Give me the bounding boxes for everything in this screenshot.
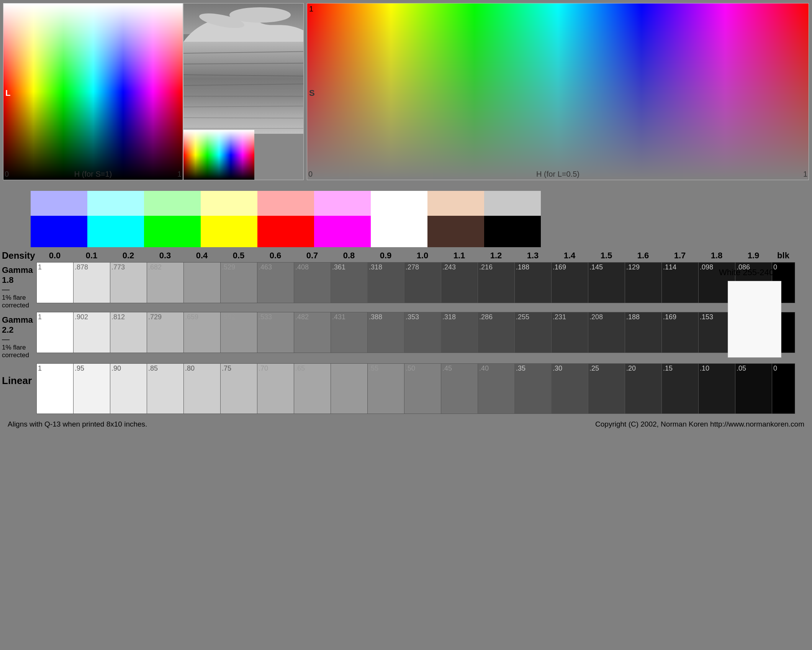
density-num-3: 0.3 (147, 251, 183, 261)
gamma22Cells-cell-4: .659 (184, 312, 221, 353)
swatch-bottom-0 (31, 216, 87, 247)
density-num-10: 1.0 (404, 251, 441, 261)
swatch-top-1 (87, 191, 144, 216)
swatch-top-8 (484, 191, 541, 216)
density-num-15: 1.5 (588, 251, 625, 261)
swatch-bottom-6 (371, 216, 427, 247)
gamma22Cells-val-3: .729 (148, 313, 162, 321)
gamma18Cells-cell-11: .243 (441, 263, 478, 303)
hs-chart: 1 S 0 H (for L=0.5) 1 (307, 3, 809, 180)
gamma22-flare: 1% flarecorrected (2, 344, 36, 359)
swatch-bottom-1 (87, 216, 144, 247)
white-sample-box (728, 281, 781, 358)
density-num-16: 1.6 (625, 251, 661, 261)
swatch-top-4 (257, 191, 314, 216)
gamma22Cells-val-1: .902 (75, 313, 88, 321)
hl-label-0: 0 (5, 170, 9, 179)
linear-cell-2: .90 (110, 364, 147, 414)
linear-val-14: .30 (553, 364, 562, 373)
gamma22Cells-cell-17: .169 (662, 312, 699, 353)
swatch-bottom-5 (314, 216, 371, 247)
top-section: L 0 H (for S=1) 1 1 S 0 H (for L=0.5) 1 (0, 0, 812, 182)
linear-section: Linear 1.95.90.85.80.75.70.65.60.55.50.4… (0, 363, 812, 414)
gamma18Cells-val-20: 0 (773, 263, 777, 271)
linear-val-0: 1 (38, 364, 42, 373)
gamma18Cells-val-18: .098 (700, 263, 713, 271)
gamma18Cells-cell-1: .878 (74, 263, 110, 303)
gamma18Cells-val-9: .318 (369, 263, 382, 271)
linear-val-10: .50 (406, 364, 415, 373)
density-num-6: 0.6 (257, 251, 294, 261)
density-num-20: blk (772, 251, 795, 261)
gamma22Cells-val-7: .482 (295, 313, 309, 321)
density-numbers: 0.00.10.20.30.40.50.60.70.80.91.01.11.21… (36, 251, 795, 261)
gamma18Cells-cell-2: .773 (110, 263, 147, 303)
gamma22Cells-cell-0: 1 (37, 312, 74, 353)
density-num-13: 1.3 (514, 251, 551, 261)
white-sample-label: White 255-240 (719, 268, 774, 277)
density-num-2: 0.2 (110, 251, 147, 261)
density-num-12: 1.2 (478, 251, 514, 261)
gamma22-dash: — (2, 335, 36, 344)
gamma18Cells-val-14: .169 (553, 263, 566, 271)
swatch-top-0 (31, 191, 87, 216)
density-num-5: 0.5 (220, 251, 257, 261)
linear-val-4: .80 (185, 364, 195, 373)
gamma22Cells-val-9: .388 (369, 313, 382, 321)
gamma22-row: Gamma 2.2 — 1% flarecorrected 1.902.812.… (2, 312, 812, 359)
linear-cell-3: .85 (147, 364, 184, 414)
swatch-top-5 (314, 191, 371, 216)
linear-val-17: .15 (663, 364, 673, 373)
linear-cell-11: .45 (441, 364, 478, 414)
gamma18Cells-val-17: .114 (663, 263, 676, 271)
gamma22Cells-val-6: .533 (259, 313, 272, 321)
gamma22Cells-val-16: .188 (626, 313, 640, 321)
linear-cell-15: .25 (588, 364, 625, 414)
gamma22Cells-cell-8: .431 (331, 312, 368, 353)
linear-val-15: .25 (589, 364, 599, 373)
gamma18Cells-val-12: .216 (479, 263, 493, 271)
swatch-bottom-3 (201, 216, 257, 247)
gamma22Cells-cell-15: .208 (588, 312, 625, 353)
linear-cell-18: .10 (699, 364, 735, 414)
linear-cell-20: 0 (772, 364, 795, 414)
linear-val-8: .60 (332, 364, 342, 373)
gamma22Cells-val-15: .208 (589, 313, 603, 321)
linear-val-3: .85 (148, 364, 158, 373)
linear-cell-14: .30 (552, 364, 588, 414)
gamma18Cells-cell-6: .463 (257, 263, 294, 303)
swatch-bottom-8 (484, 216, 541, 247)
linear-val-6: .70 (259, 364, 268, 373)
swatch-top-6 (371, 191, 427, 216)
linear-val-16: .20 (626, 364, 636, 373)
gamma18Cells-cell-17: .114 (662, 263, 699, 303)
hs-label-1-right: 1 (803, 170, 807, 179)
gamma22Cells-cell-13: .255 (515, 312, 552, 353)
hs-label-h: H (for L=0.5) (536, 170, 580, 179)
gamma18Cells-cell-13: .188 (515, 263, 552, 303)
linear-cell-16: .20 (625, 364, 662, 414)
linear-val-18: .10 (700, 364, 709, 373)
gamma18Cells-cell-8: .361 (331, 263, 368, 303)
gamma18Cells-val-10: .278 (406, 263, 419, 271)
gamma18Cells-cell-9: .318 (368, 263, 404, 303)
color-swatches-section (0, 185, 812, 247)
gamma22-value: 2.2 (2, 325, 36, 335)
gamma22Cells-cell-14: .231 (552, 312, 588, 353)
linear-cell-17: .15 (662, 364, 699, 414)
hl-label-l: L (5, 88, 10, 98)
gamma18Cells-cell-3: .682 (147, 263, 184, 303)
linear-cell-6: .70 (257, 364, 294, 414)
gamma22Cells-val-11: .318 (442, 313, 456, 321)
gamma18Cells-cell-7: .408 (294, 263, 331, 303)
gamma18-cells: 1.878.773.682.600.529.463.408.361.318.27… (36, 262, 795, 303)
density-num-9: 0.9 (367, 251, 404, 261)
gamma18-dash: — (2, 285, 36, 294)
linear-val-12: .40 (479, 364, 489, 373)
gamma18Cells-val-5: .529 (222, 263, 235, 271)
density-num-8: 0.8 (331, 251, 367, 261)
gamma18Cells-val-11: .243 (442, 263, 456, 271)
gamma22Cells-val-14: .231 (553, 313, 566, 321)
hl-chart: L 0 H (for S=1) 1 (3, 3, 183, 180)
gamma22Cells-cell-1: .902 (74, 312, 110, 353)
